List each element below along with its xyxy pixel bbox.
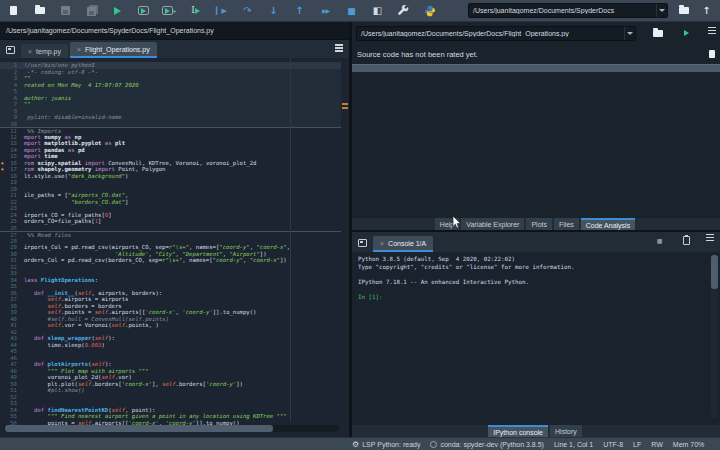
play-icon	[684, 30, 689, 36]
folder-icon	[653, 30, 663, 37]
code-editor[interactable]: 1!/usr/bin/env python32 -*- coding: utf-…	[0, 58, 349, 432]
editor-pane: /Users/juanitagomez/Documents/SpyderDocs…	[0, 22, 349, 437]
tab-history[interactable]: History	[550, 425, 582, 437]
analysis-message: Source code has not been rated yet.	[357, 50, 478, 59]
save-icon[interactable]	[58, 3, 73, 19]
new-file-icon[interactable]	[6, 3, 21, 19]
console-prompt: In [1]:	[358, 294, 704, 302]
tab-ipython-console[interactable]: IPython console	[488, 425, 548, 437]
inspect-object-button[interactable]	[679, 232, 694, 248]
gear-icon: ⚙	[352, 440, 359, 449]
up-arrow-icon: ↑	[702, 5, 710, 16]
editor-horizontal-scrollbar[interactable]	[4, 425, 339, 432]
status-line-1-col-1: Line 1, Col 1	[554, 441, 593, 448]
console-line: IPython 7.18.1 -- An enhanced Interactiv…	[358, 279, 704, 287]
editor-tab-temp.py[interactable]: ×temp.py	[21, 44, 68, 58]
tab-plots[interactable]: Plots	[526, 218, 552, 230]
clipboard-icon	[683, 236, 690, 245]
working-directory-value: /Users/juanitagomez/Documents/SpyderDocs	[469, 7, 656, 14]
analysis-results-header	[352, 64, 720, 72]
step-into-icon[interactable]: ↓	[266, 3, 281, 19]
working-directory-combobox[interactable]: /Users/juanitagomez/Documents/SpyderDocs	[468, 3, 668, 18]
status-conda-spyder-dev-python-3-8-5-: conda: spyder-dev (Python 3.8.5)	[430, 441, 544, 448]
scrollflag-column	[341, 58, 349, 432]
console-tab-label: Console 1/A	[388, 240, 426, 247]
warning-flag	[342, 103, 348, 105]
status-lsp-python-ready: ⚙LSP Python: ready	[352, 440, 420, 449]
run-file-icon[interactable]	[110, 3, 125, 19]
console-line: Type "copyright", "credits" or "license"…	[358, 264, 704, 272]
browse-working-directory-button[interactable]	[676, 3, 691, 19]
mouse-cursor	[452, 216, 462, 229]
step-over-icon[interactable]: ↷	[240, 3, 255, 19]
folder-icon	[679, 7, 689, 14]
status-rw: RW	[651, 441, 663, 448]
tab-code-analysis[interactable]: Code Analysis	[581, 218, 635, 230]
console-options-icon[interactable]	[706, 232, 714, 248]
console-tabbar: × Console 1/A ■	[352, 232, 720, 252]
console-scrollbar[interactable]	[711, 254, 718, 418]
spyder-window: ▸I▎▶↷↓↑▶▶■◧ /Users/juanitagomez/Document…	[0, 0, 720, 450]
tab-files[interactable]: Files	[554, 218, 579, 230]
console-line	[358, 271, 704, 279]
conda-icon	[430, 441, 437, 448]
console-bottom-tabbar: IPython consoleHistory	[352, 425, 720, 437]
console-pane: × Console 1/A ■ Python 3.8.5 (default, S…	[352, 232, 720, 437]
chevron-down-icon[interactable]	[656, 4, 667, 17]
analysis-options-icon[interactable]	[708, 25, 716, 41]
editor-tabbar: ×temp.py×Flight_Operations.py	[0, 40, 349, 58]
interrupt-kernel-button[interactable]: ■	[652, 232, 667, 248]
close-icon[interactable]: ×	[380, 240, 384, 247]
main-toolbar: ▸I▎▶↷↓↑▶▶■◧ /Users/juanitagomez/Document…	[0, 0, 720, 22]
close-icon[interactable]: ×	[77, 46, 81, 53]
edge-line-79	[290, 58, 291, 422]
status-mem-70-: Mem 70%	[673, 441, 705, 448]
debug-file-icon[interactable]: ▎▶	[214, 3, 229, 19]
save-all-icon[interactable]	[84, 3, 99, 19]
maximize-pane-icon[interactable]: ◧	[370, 3, 385, 19]
browse-tabs-icon[interactable]	[6, 46, 15, 54]
python-path-manager-icon[interactable]	[422, 3, 437, 19]
console-line	[358, 286, 704, 294]
status-bar: ⚙LSP Python: readyconda: spyder-dev (Pyt…	[0, 437, 720, 450]
run-selection-icon[interactable]: I	[188, 3, 203, 19]
close-icon[interactable]: ×	[28, 48, 32, 55]
console-tab[interactable]: × Console 1/A	[373, 236, 433, 252]
stop-square-icon: ■	[657, 237, 663, 244]
toolbar-icons: ▸I▎▶↷↓↑▶▶■◧	[6, 3, 448, 19]
analysis-message-row: Source code has not been rated yet.	[352, 44, 720, 64]
parent-directory-button[interactable]: ↑	[699, 3, 714, 19]
analysis-file-combobox[interactable]: /Users/juanitagomez/Documents/SpyderDocs…	[356, 26, 636, 41]
preferences-icon[interactable]	[396, 3, 411, 19]
chevron-down-icon[interactable]	[624, 27, 635, 40]
run-analysis-button[interactable]	[679, 25, 694, 41]
run-cell-icon[interactable]	[136, 3, 151, 19]
analysis-browse-file-button[interactable]	[650, 25, 665, 41]
analysis-results-area[interactable]	[352, 96, 720, 218]
tab-variable-explorer[interactable]: Variable Explorer	[461, 218, 524, 230]
status-lf: LF	[633, 441, 641, 448]
stop-icon[interactable]: ■	[344, 3, 359, 19]
status-utf-8: UTF-8	[603, 441, 623, 448]
open-file-icon[interactable]	[32, 3, 47, 19]
right-pane-tabbar: HelpVariable ExplorerPlotsFilesCode Anal…	[352, 218, 720, 230]
editor-breadcrumb: /Users/juanitagomez/Documents/SpyderDocs…	[0, 22, 349, 40]
browse-tabs-icon[interactable]	[358, 239, 367, 247]
analysis-file-value: /Users/juanitagomez/Documents/SpyderDocs…	[357, 30, 624, 37]
editor-options-icon[interactable]	[335, 43, 343, 54]
code-analysis-pane: /Users/juanitagomez/Documents/SpyderDocs…	[352, 22, 720, 230]
console-line: Python 3.8.5 (default, Sep 4 2020, 02:22…	[358, 256, 704, 264]
debug-continue-icon[interactable]: ▶▶	[318, 3, 333, 19]
step-out-icon[interactable]: ↑	[292, 3, 307, 19]
console-output[interactable]: Python 3.8.5 (default, Sep 4 2020, 02:22…	[352, 252, 710, 420]
editor-tab-Flight_Operations.py[interactable]: ×Flight_Operations.py	[70, 42, 157, 58]
rating-file-icon	[709, 50, 715, 58]
warning-flag	[342, 107, 348, 109]
run-cell-advance-icon[interactable]: ▸	[162, 3, 177, 19]
code-analysis-toolbar: /Users/juanitagomez/Documents/SpyderDocs…	[352, 22, 720, 44]
